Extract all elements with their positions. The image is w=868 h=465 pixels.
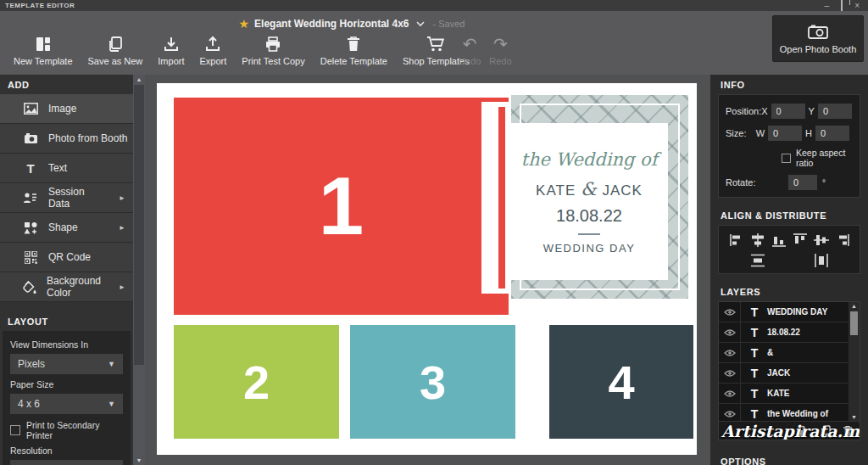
template-name[interactable]: Elegant Wedding Horizontal 4x6 [254, 18, 409, 30]
duplicate-icon[interactable] [820, 425, 831, 437]
secondary-printer-row: Print to Secondary Printer [10, 420, 123, 440]
names-text[interactable]: KATE & JACK [536, 179, 643, 199]
degree-unit: ° [822, 178, 826, 188]
add-session-data-button[interactable]: Session Data ► [0, 183, 133, 213]
align-center-horizontal-icon[interactable] [750, 233, 765, 247]
minimize-icon[interactable]: – [825, 2, 830, 10]
ampersand-text: & [581, 179, 598, 199]
save-as-new-icon [107, 34, 124, 53]
eye-icon[interactable] [719, 363, 741, 383]
size-w-input[interactable] [768, 126, 802, 141]
align-right-icon[interactable] [835, 233, 850, 247]
distribute-vertical-icon[interactable] [750, 254, 765, 267]
restore-icon[interactable] [841, 2, 843, 10]
import-icon [163, 34, 180, 53]
secondary-printer-checkbox[interactable] [10, 425, 20, 435]
export-button[interactable]: Export [200, 34, 227, 66]
layers-scrollbar[interactable]: ▲ ▼ [849, 302, 860, 421]
delete-template-button[interactable]: Delete Template [320, 34, 387, 66]
photo-placeholder-4[interactable]: 4 [549, 325, 693, 439]
layout-section: LAYOUT View Dimensions In Pixels ▼ Paper… [0, 311, 133, 465]
scroll-up-icon[interactable]: ▲ [849, 303, 860, 309]
card-frame-border [481, 102, 509, 294]
eye-icon[interactable] [719, 384, 741, 403]
save-as-new-button[interactable]: Save as New [88, 34, 143, 66]
eye-icon[interactable] [719, 302, 741, 322]
close-icon[interactable]: × [854, 2, 860, 10]
position-y-input[interactable] [818, 104, 852, 119]
layer-row[interactable]: T JACK [719, 363, 849, 384]
layout-settings: View Dimensions In Pixels ▼ Paper Size 4… [3, 331, 131, 465]
subtitle-text[interactable]: WEDDING DAY [543, 242, 636, 255]
add-shape-button[interactable]: Shape ► [0, 213, 133, 243]
lock-icon[interactable] [797, 425, 808, 437]
eye-icon[interactable] [719, 404, 741, 421]
import-button[interactable]: Import [158, 34, 184, 66]
align-section-header: ALIGN & DISTRIBUTE [710, 205, 868, 225]
layer-row[interactable]: T & [719, 343, 849, 363]
layer-row[interactable]: T 18.08.22 [719, 322, 849, 343]
template-canvas[interactable]: 1 the Wedding of KATE & JACK 18.08.22 WE… [157, 83, 697, 455]
scrollbar-thumb[interactable] [850, 311, 858, 335]
keep-aspect-checkbox[interactable] [782, 154, 791, 163]
info-box: Position: X Y Size: W H Keep aspect rati… [718, 94, 860, 198]
layer-row[interactable]: T KATE [719, 384, 849, 404]
eye-icon[interactable] [719, 343, 741, 362]
align-left-icon[interactable] [729, 233, 744, 247]
resolution-select[interactable]: 300 dpi ▼ [10, 460, 123, 465]
scroll-down-icon[interactable]: ▼ [849, 414, 860, 420]
eye-icon[interactable] [719, 322, 741, 342]
view-dimensions-label: View Dimensions In [10, 339, 123, 350]
text-layer-icon: T [748, 346, 760, 360]
size-h-input[interactable] [815, 126, 849, 141]
add-qr-code-button[interactable]: QR Code [0, 243, 133, 272]
script-text[interactable]: the Wedding of [520, 149, 657, 170]
options-section-header: OPTIONS [710, 451, 868, 465]
delete-layer-icon[interactable] [843, 425, 853, 437]
distribute-horizontal-icon[interactable] [814, 254, 829, 267]
redo-button[interactable]: ↷ Redo [489, 34, 511, 66]
layer-row[interactable]: T WEDDING DAY [719, 302, 849, 322]
add-photo-from-booth-button[interactable]: Photo from Booth [0, 124, 133, 154]
new-template-icon [35, 34, 52, 53]
scroll-up-icon[interactable]: ▲ [133, 76, 145, 82]
scrollbar-thumb[interactable] [134, 85, 144, 365]
add-background-color-button[interactable]: Background Color ► [0, 272, 133, 302]
template-dropdown-chevron-icon[interactable] [416, 21, 425, 27]
open-photo-booth-button[interactable]: Open Photo Booth [772, 15, 864, 62]
layers-actions-bar [719, 421, 860, 440]
titlebar: TEMPLATE EDITOR – × [0, 0, 868, 11]
layer-row[interactable]: T the Wedding of [719, 404, 849, 421]
photo-placeholder-1[interactable]: 1 [174, 98, 509, 315]
align-bottom-icon[interactable] [771, 233, 787, 247]
undo-button[interactable]: ↶ Undo [459, 34, 481, 66]
position-x-input[interactable] [771, 104, 805, 119]
align-top-icon[interactable] [793, 233, 808, 247]
left-panel-scrollbar[interactable]: ▲ ▼ [133, 75, 145, 465]
canvas-workarea: 1 the Wedding of KATE & JACK 18.08.22 WE… [145, 75, 710, 465]
wedding-text-card[interactable]: the Wedding of KATE & JACK 18.08.22 WEDD… [510, 123, 668, 280]
toolbar: ★ Elegant Wedding Horizontal 4x6 - Saved… [0, 11, 868, 75]
text-layer-icon: T [748, 407, 760, 421]
add-image-button[interactable]: Image [0, 94, 133, 124]
info-section-header: INFO [710, 75, 868, 94]
keep-aspect-row: Keep aspect ratio [782, 148, 853, 168]
paper-size-select[interactable]: 4 x 6 ▼ [10, 394, 123, 414]
history-buttons: ↶ Undo ↷ Redo [459, 34, 512, 66]
favorite-star-icon[interactable]: ★ [239, 17, 250, 31]
submenu-arrow-icon: ► [119, 283, 125, 291]
date-text[interactable]: 18.08.22 [556, 206, 622, 226]
view-dimensions-select[interactable]: Pixels ▼ [10, 354, 123, 374]
print-test-copy-button[interactable]: Print Test Copy [242, 34, 304, 66]
align-middle-vertical-icon[interactable] [814, 233, 829, 247]
scroll-down-icon[interactable]: ▼ [133, 457, 145, 463]
photo-placeholder-2[interactable]: 2 [174, 325, 339, 439]
add-text-button[interactable]: T Text [0, 154, 133, 183]
photo-placeholder-3[interactable]: 3 [350, 325, 515, 439]
text-layer-icon: T [748, 305, 760, 319]
rotate-input[interactable] [788, 175, 817, 190]
new-template-button[interactable]: New Template [14, 34, 73, 66]
redo-icon: ↷ [493, 36, 508, 53]
left-sidebar: ADD Image Photo from Booth T Text Sessio… [0, 75, 133, 465]
qr-code-icon [23, 251, 38, 264]
